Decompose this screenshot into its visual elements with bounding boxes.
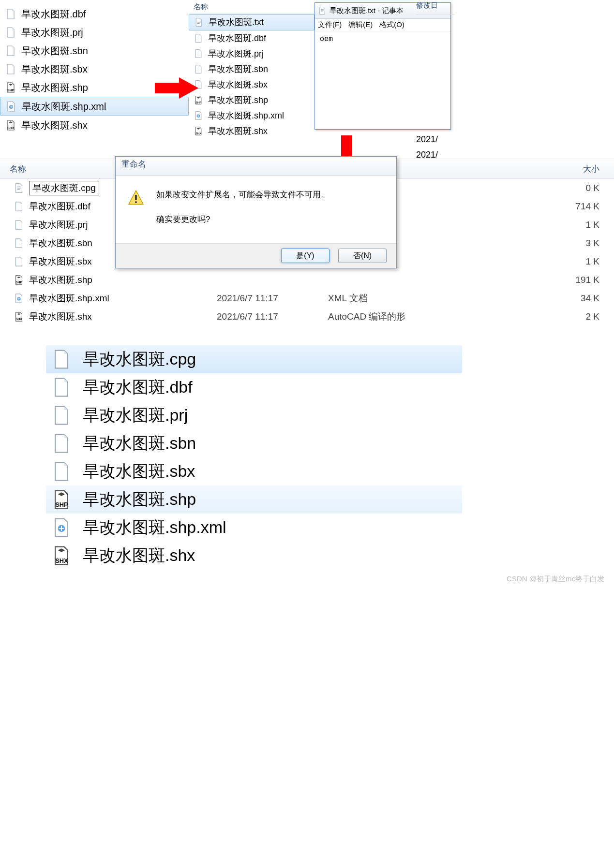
file-item[interactable]: 旱改水图斑.shp.xml xyxy=(189,108,314,123)
file-size: 1 K xyxy=(430,256,614,267)
file-name: 旱改水图斑.sbn xyxy=(21,44,88,58)
no-button[interactable]: 否(N) xyxy=(338,249,387,263)
file-icon xyxy=(51,433,72,454)
file-name: 旱改水图斑.sbx xyxy=(29,255,92,268)
file-name: 旱改水图斑.shp.xml xyxy=(208,110,284,121)
shx-icon xyxy=(194,126,203,136)
file-item[interactable]: 旱改水图斑.sbn xyxy=(0,42,189,60)
file-name: 旱改水图斑.prj xyxy=(29,219,88,231)
list-item[interactable]: 旱改水图斑.shp.xml xyxy=(46,514,462,542)
file-size: 191 K xyxy=(430,275,614,285)
file-icon xyxy=(5,63,16,75)
file-name: 旱改水图斑.sbn xyxy=(29,237,92,250)
file-item[interactable]: 旱改水图斑.txt xyxy=(189,14,314,30)
file-name: 旱改水图斑.prj xyxy=(21,26,83,39)
file-type: AutoCAD 编译的形 xyxy=(328,310,430,323)
file-item[interactable]: 旱改水图斑.sbn xyxy=(189,61,314,77)
list-item[interactable]: 旱改水图斑.shp xyxy=(46,485,462,514)
list-item[interactable]: 旱改水图斑.sbx xyxy=(46,457,462,485)
file-name: 旱改水图斑.dbf xyxy=(83,376,193,398)
file-item[interactable]: 旱改水图斑.shx xyxy=(189,123,314,139)
file-icon xyxy=(5,8,16,20)
file-name: 旱改水图斑.sbn xyxy=(83,432,196,455)
notepad-menubar: 文件(F) 编辑(E) 格式(O) xyxy=(315,19,450,31)
col-name[interactable]: 名称 xyxy=(194,2,208,12)
arrow-right-icon xyxy=(179,77,198,99)
file-icon xyxy=(14,256,24,267)
file-item[interactable]: 旱改水图斑.dbf xyxy=(0,5,189,23)
file-name: 旱改水图斑.shp xyxy=(21,81,88,94)
file-name: 旱改水图斑.dbf xyxy=(208,32,266,44)
list-item[interactable]: 旱改水图斑.dbf xyxy=(46,373,462,401)
file-icon xyxy=(194,49,203,59)
file-item[interactable]: 旱改水图斑.prj xyxy=(189,46,314,61)
shx-icon xyxy=(5,119,16,131)
menu-file[interactable]: 文件(F) xyxy=(318,20,342,29)
file-item[interactable]: 旱改水图斑.shp xyxy=(189,92,314,108)
list-item[interactable]: 旱改水图斑.sbn xyxy=(46,429,462,457)
col-size[interactable]: 大小 xyxy=(426,163,614,175)
rename-input[interactable]: 旱改水图斑.cpg xyxy=(29,181,99,195)
file-name: 旱改水图斑.sbn xyxy=(208,63,268,75)
table-row[interactable]: 旱改水图斑.shp.xml2021/6/7 11:17XML 文档34 K xyxy=(0,289,614,308)
dialog-message-2: 确实要更改吗? xyxy=(156,214,329,225)
file-icon xyxy=(51,377,72,398)
list-item[interactable]: 旱改水图斑.prj xyxy=(46,401,462,429)
file-name: 旱改水图斑.shp xyxy=(83,488,196,511)
file-name: 旱改水图斑.cpg xyxy=(83,348,196,370)
file-date: 2021/6/7 11:17 xyxy=(217,293,328,304)
file-item[interactable]: 旱改水图斑.sbx xyxy=(0,60,189,78)
file-size: 1 K xyxy=(430,220,614,230)
notepad-window: 旱改水图斑.txt - 记事本 文件(F) 编辑(E) 格式(O) oem xyxy=(314,2,451,130)
file-name: 旱改水图斑.dbf xyxy=(21,8,86,21)
file-item[interactable]: 旱改水图斑.prj xyxy=(0,23,189,42)
file-item[interactable]: 旱改水图斑.sbx xyxy=(189,77,314,92)
file-icon xyxy=(14,220,24,230)
file-icon xyxy=(5,45,16,57)
notepad-content[interactable]: oem xyxy=(315,31,450,129)
file-name: 旱改水图斑.prj xyxy=(83,404,188,427)
file-icon xyxy=(51,461,72,482)
file-name: 旱改水图斑.dbf xyxy=(29,200,90,213)
file-icon xyxy=(5,27,16,38)
file-name: 旱改水图斑.shx xyxy=(208,125,268,137)
column-header: 名称 xyxy=(189,0,314,14)
file-size: 3 K xyxy=(430,238,614,249)
file-type: XML 文档 xyxy=(328,292,430,305)
file-size: 2 K xyxy=(430,311,614,322)
file-size: 0 K xyxy=(430,183,614,193)
file-item[interactable]: 旱改水图斑.dbf xyxy=(189,30,314,46)
file-name: 旱改水图斑.prj xyxy=(208,48,264,59)
file-date: 2021/6/7 11:17 xyxy=(217,311,328,322)
list-item[interactable]: 旱改水图斑.shx xyxy=(46,542,462,570)
shp-icon xyxy=(5,82,16,93)
file-icon xyxy=(194,64,203,74)
menu-format[interactable]: 格式(O) xyxy=(379,20,404,29)
file-icon xyxy=(14,238,24,249)
menu-edit[interactable]: 编辑(E) xyxy=(348,20,373,29)
table-row[interactable]: 旱改水图斑.shx2021/6/7 11:17AutoCAD 编译的形2 K xyxy=(0,308,614,326)
file-name: 旱改水图斑.shx xyxy=(29,310,92,323)
rename-dialog: 重命名 如果改变文件扩展名，可能会导致文件不可用。 确实要更改吗? 是(Y) 否… xyxy=(115,156,397,268)
shx-icon xyxy=(51,545,72,566)
file-item[interactable]: 旱改水图斑.shp.xml xyxy=(0,97,189,116)
shp-icon xyxy=(14,275,24,285)
txt-icon xyxy=(194,17,204,27)
watermark: CSDN @初于青丝mc终于白发 xyxy=(0,570,614,587)
txt-icon xyxy=(14,183,24,193)
file-name: 旱改水图斑.shp xyxy=(29,274,92,286)
warning-icon xyxy=(127,189,145,206)
date-value: 2021/ xyxy=(416,134,438,145)
dialog-title: 重命名 xyxy=(116,157,396,176)
col-date[interactable]: 修改日 xyxy=(416,0,455,15)
notepad-title: 旱改水图斑.txt - 记事本 xyxy=(329,6,404,15)
file-icon xyxy=(51,405,72,426)
file-name: 旱改水图斑.shx xyxy=(21,119,88,132)
list-item[interactable]: 旱改水图斑.cpg xyxy=(46,345,462,373)
table-row[interactable]: 旱改水图斑.shp191 K xyxy=(0,271,614,289)
file-item[interactable]: 旱改水图斑.shx xyxy=(0,116,189,134)
file-name: 旱改水图斑.shp.xml xyxy=(22,100,106,113)
yes-button[interactable]: 是(Y) xyxy=(281,249,329,263)
file-icon xyxy=(194,33,203,43)
file-name: 旱改水图斑.sbx xyxy=(21,63,88,76)
